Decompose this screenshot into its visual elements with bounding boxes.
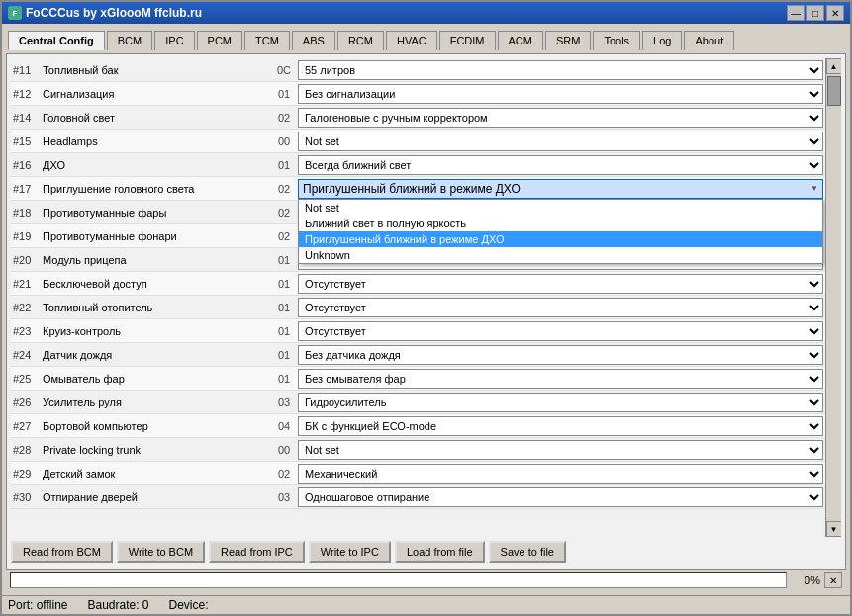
progress-cancel-button[interactable]: ✕ xyxy=(824,572,842,588)
row-select[interactable]: Отсутствует xyxy=(298,274,823,294)
content-area: Central Config BCM IPC PCM TCM ABS RCM H… xyxy=(2,24,850,595)
row-label: Модуль прицепа xyxy=(43,254,270,266)
row-control: Без датчика дождя xyxy=(298,345,823,365)
titlebar-controls: — □ ✕ xyxy=(787,5,844,21)
read-from-ipc-button[interactable]: Read from IPC xyxy=(209,541,305,563)
tab-hvac[interactable]: HVAC xyxy=(386,31,437,50)
row-num: #11 xyxy=(13,64,43,76)
scroll-up-button[interactable]: ▲ xyxy=(826,58,842,74)
row-code: 0C xyxy=(270,64,298,76)
row-select[interactable]: Not set xyxy=(298,440,823,460)
row-select[interactable]: Без датчика дождя xyxy=(298,345,823,365)
row-label: Головной свет xyxy=(43,112,270,124)
tab-ipc[interactable]: IPC xyxy=(154,31,194,50)
tab-tcm[interactable]: TCM xyxy=(244,31,290,50)
row-num: #18 xyxy=(13,207,43,219)
close-button[interactable]: ✕ xyxy=(826,5,844,21)
row-code: 04 xyxy=(270,420,298,432)
row-select[interactable]: Гидроусилитель xyxy=(298,393,823,412)
dropdown-option[interactable]: Ближний свет в полную яркость xyxy=(299,216,822,231)
tab-tools[interactable]: Tools xyxy=(593,31,640,50)
row-control: Not set xyxy=(298,440,823,460)
table-row: #21 Бесключевой доступ 01 Отсутствует xyxy=(11,272,825,296)
row-select[interactable]: Без сигнализации xyxy=(298,84,823,104)
dropdown-option[interactable]: Not set xyxy=(299,200,822,216)
row-label: Круиз-контроль xyxy=(43,325,270,337)
row-select[interactable]: Всегда ближний свет xyxy=(298,155,823,175)
row-label: Детский замок xyxy=(43,468,270,480)
dropdown-option-selected[interactable]: Приглушенный ближний в режиме ДХО xyxy=(299,231,822,247)
table-row: #27 Бортовой компьютер 04 БК с функцией … xyxy=(11,414,825,438)
table-row: #30 Отпирание дверей 03 Одношаговое отпи… xyxy=(11,485,825,509)
row-code: 02 xyxy=(270,112,298,124)
scroll-down-button[interactable]: ▼ xyxy=(826,521,842,537)
save-to-file-button[interactable]: Save to file xyxy=(489,541,566,563)
row-num: #15 xyxy=(13,135,43,147)
row-code: 01 xyxy=(270,349,298,361)
row-select[interactable]: Отсутствует xyxy=(298,321,823,341)
row-select[interactable]: Механический xyxy=(298,464,823,484)
titlebar: F FoCCCus by xGloooM ffclub.ru — □ ✕ xyxy=(2,2,850,24)
row-select[interactable]: Без омывателя фар xyxy=(298,369,823,389)
tab-log[interactable]: Log xyxy=(642,31,682,50)
row-control: Отсутствует xyxy=(298,298,823,317)
scroll-area: #11 Топливный бак 0C 55 литров #12 Сигна… xyxy=(11,58,841,537)
dropdown-option[interactable]: Unknown xyxy=(299,247,822,263)
table-content: #11 Топливный бак 0C 55 литров #12 Сигна… xyxy=(11,58,825,537)
titlebar-left: F FoCCCus by xGloooM ffclub.ru xyxy=(8,6,202,20)
row-select[interactable]: Отсутствует xyxy=(298,298,823,317)
row-control: БК с функцией ЕСО-mode xyxy=(298,416,823,436)
row-select[interactable]: Not set xyxy=(298,132,823,151)
row-select[interactable]: Одношаговое отпирание xyxy=(298,487,823,507)
maximize-button[interactable]: □ xyxy=(806,5,824,21)
dropdown-list-row17: Not set Ближний свет в полную яркость Пр… xyxy=(298,199,823,264)
row-code: 03 xyxy=(270,491,298,503)
row-label: Омыватель фар xyxy=(43,373,270,385)
row-code: 02 xyxy=(270,207,298,219)
dropdown-button-row17[interactable]: Приглушенный ближний в режиме ДХО ▼ xyxy=(298,179,823,199)
progress-bar-container: 0% ✕ xyxy=(6,570,846,591)
write-to-bcm-button[interactable]: Write to BCM xyxy=(117,541,205,563)
row-num: #21 xyxy=(13,278,43,290)
table-row: #23 Круиз-контроль 01 Отсутствует xyxy=(11,319,825,343)
row-num: #27 xyxy=(13,420,43,432)
row-label: Противотуманные фары xyxy=(43,207,270,219)
tab-srm[interactable]: SRM xyxy=(545,31,591,50)
table-row: #29 Детский замок 02 Механический xyxy=(11,462,825,485)
row-num: #28 xyxy=(13,444,43,456)
table-row: #22 Топливный отопитель 01 Отсутствует xyxy=(11,296,825,319)
row-label: Headlamps xyxy=(43,135,270,147)
tab-central-config[interactable]: Central Config xyxy=(8,31,105,50)
tab-fcdim[interactable]: FCDIM xyxy=(439,31,496,50)
tab-pcm[interactable]: PCM xyxy=(197,31,242,50)
table-row: #26 Усилитель руля 03 Гидроусилитель xyxy=(11,391,825,414)
row-code: 02 xyxy=(270,230,298,242)
tab-abs[interactable]: ABS xyxy=(292,31,335,50)
table-row: #14 Головной свет 02 Галогеновые с ручны… xyxy=(11,106,825,130)
tab-about[interactable]: About xyxy=(684,31,734,50)
row-label: ДХО xyxy=(43,159,270,171)
progress-track xyxy=(10,572,787,588)
row-select[interactable]: БК с функцией ЕСО-mode xyxy=(298,416,823,436)
row-num: #22 xyxy=(13,302,43,313)
row-code: 01 xyxy=(270,302,298,313)
row-code: 02 xyxy=(270,183,298,195)
row-select[interactable]: Галогеновые с ручным корректором xyxy=(298,108,823,128)
read-from-bcm-button[interactable]: Read from BCM xyxy=(11,541,113,563)
write-to-ipc-button[interactable]: Write to IPC xyxy=(309,541,391,563)
row-code: 00 xyxy=(270,444,298,456)
scroll-thumb[interactable] xyxy=(827,76,841,106)
tab-rcm[interactable]: RCM xyxy=(337,31,384,50)
row-label: Бортовой компьютер xyxy=(43,420,270,432)
row-label: Усилитель руля xyxy=(43,396,270,408)
scrollbar: ▲ ▼ xyxy=(825,58,841,537)
minimize-button[interactable]: — xyxy=(787,5,805,21)
statusbar: Port: offline Baudrate: 0 Device: xyxy=(2,595,850,614)
row-select[interactable]: 55 литров xyxy=(298,60,823,80)
load-from-file-button[interactable]: Load from file xyxy=(395,541,485,563)
row-num: #25 xyxy=(13,373,43,385)
row-num: #20 xyxy=(13,254,43,266)
tab-bcm[interactable]: BCM xyxy=(107,31,152,50)
tab-acm[interactable]: ACM xyxy=(498,31,543,50)
status-baudrate: Baudrate: 0 xyxy=(87,598,148,612)
